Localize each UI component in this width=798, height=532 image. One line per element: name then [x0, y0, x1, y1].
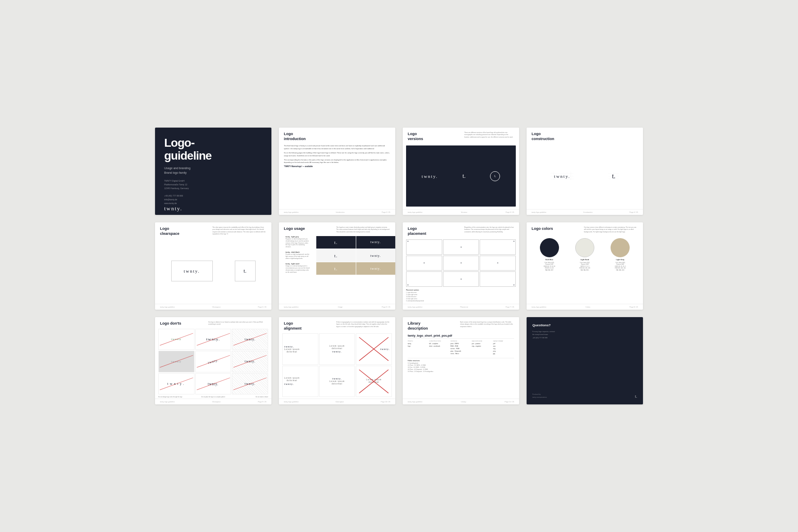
- clearspace-wordmark-box: twnty.: [171, 261, 213, 281]
- card4-footer-center: Construction: [583, 211, 592, 213]
- placement-cell-tl: [406, 239, 442, 254]
- placement-cell-tc: [443, 239, 479, 254]
- align-cell-3: twnty.: [356, 333, 392, 365]
- dont-redline-1: [160, 333, 193, 346]
- dont-cell-8: twnty.: [195, 373, 232, 394]
- card10-footer-center: Clearspace: [335, 401, 344, 403]
- lib-col-version: Version print - CMYKRGB - RGBscreen - RG…: [451, 340, 471, 355]
- card4-footer: twnty-logo-guideline Construction Page 4…: [527, 209, 643, 215]
- card5-desc: The clear space ensures the readability …: [212, 227, 266, 235]
- lib-val-background: pos - positiveneg - negative: [472, 343, 493, 348]
- align-cell-4: Lorem ipsumdolormat twnty.: [282, 366, 318, 397]
- card11-footer-center: Library: [461, 401, 466, 403]
- card6-usage-display: twnty - light grey Negative on dark back…: [279, 236, 395, 303]
- card5-clearspace-display: twnty. t.: [158, 239, 268, 302]
- placement-cell-tr: [480, 239, 516, 254]
- dont-cell-3: twnty.: [232, 329, 268, 350]
- align-cell-1: twnty. Lorem ipsumdolormat: [282, 333, 318, 365]
- color-item-light-sand: Light Sand Color Value #2(2) Pantone 918…: [575, 238, 594, 271]
- lib-header-version: Version: [451, 340, 471, 342]
- align-logo-2: twnty.: [332, 350, 342, 353]
- lib-header-background: Background: [472, 340, 493, 342]
- card6-footer-left: twnty-logo-guideline: [284, 306, 299, 308]
- lib-col-construction: Construction full - completeshort - word…: [429, 340, 450, 355]
- usage-row-light: twnty - dark black Positive on light bac…: [279, 249, 395, 262]
- align-logo-3: twnty.: [380, 347, 390, 351]
- card9-donts-display: twenty twnty. twnty. twenty twnty.: [158, 329, 268, 394]
- usage-cells-light: t. twnty.: [316, 249, 395, 262]
- color-label-dark-blue: Dark Blue: [545, 259, 553, 261]
- clearspace-tmark: t.: [244, 268, 246, 274]
- usage-cell-light-t: t.: [316, 249, 356, 262]
- align-cell-2: Lorem ipsumdolormat twnty.: [319, 333, 355, 365]
- card7-footer-right: Page 7 / 25: [506, 306, 514, 308]
- card4-header: Logoconstruction: [527, 128, 643, 143]
- lib-header-prefix: Prefix: [408, 340, 429, 342]
- card7-header: Logoplacement Regardless of the communic…: [403, 222, 519, 238]
- card-questions: Questions? For any logo requests, contac…: [527, 317, 643, 404]
- card3-header: Logoversions There are different version…: [403, 128, 519, 143]
- version-t-text: t.: [463, 173, 466, 180]
- card6-footer-right: Page 6 / 25: [382, 306, 390, 308]
- card2-body: The final brand logo of twnty is a word …: [279, 143, 395, 209]
- lib-val-format: pdfepssvgpngjpg: [493, 343, 514, 355]
- usage-cells-sand: t. twnty.: [316, 262, 395, 275]
- card5-footer-center: Clearspace: [212, 306, 220, 308]
- dont-cell-9: twnty.: [232, 373, 268, 394]
- card5-header: Logoclearspace The clear space ensures t…: [155, 222, 271, 238]
- card-library-description: Librarydescription Each version of the t…: [403, 317, 519, 404]
- card11-filename: twnty_logo_short_print_pos.pdf: [408, 334, 514, 339]
- card11-header: Librarydescription Each version of the t…: [403, 317, 519, 332]
- usage-row-sand: twnty - light sand Usage on contrast bac…: [279, 262, 395, 275]
- card11-footer-right: Page 11 / 25: [505, 401, 514, 403]
- card5-title: Logoclearspace: [160, 227, 180, 236]
- card6-desc: The logo/icon must remain distinctly pos…: [336, 227, 390, 233]
- placement-dot-tr: [513, 241, 515, 242]
- card-logo-guideline: Logo- guideline Usage and brandingBrand …: [155, 128, 271, 215]
- usage-label-sand: twnty - light sand Usage on contrast bac…: [279, 263, 316, 274]
- placement-dot-mc: [461, 262, 462, 264]
- card11-folders-label: Folder structures: [408, 360, 514, 362]
- dont-cell-2: twnty.: [195, 329, 232, 350]
- card3-footer: twnty-logo-guideline Versions Page 3 / 2…: [403, 209, 519, 215]
- card12-body: For any logo requests, contact the twnty…: [532, 330, 637, 339]
- card9-title: Logo don'ts: [160, 321, 181, 326]
- placement-cell-mr: [480, 256, 516, 271]
- card11-folders-list: 1.0 twnty/logo/print 2.0 Photo - 2.0 CMY…: [408, 362, 514, 373]
- card8-desc: Our logo comes in two different colorway…: [584, 227, 638, 233]
- lib-header-construction: Construction: [429, 340, 450, 342]
- usage-label-light: twnty - dark black Positive on light bac…: [279, 251, 316, 261]
- card1-logo: twnty.: [164, 205, 262, 212]
- card5-footer: twnty-logo-guideline Clearspace Page 5 /…: [155, 304, 271, 310]
- card-logo-introduction: Logointroduction The final brand logo of…: [279, 128, 395, 215]
- card8-colors-display: Dark Blue Color Value #1(2) Pantone 5255…: [530, 236, 640, 302]
- card1-subtitle: Usage and brandingBrand logo family: [164, 166, 262, 175]
- card-logo-placement: Logoplacement Regardless of the communic…: [403, 222, 519, 310]
- card3-title: Logoversions: [408, 132, 423, 141]
- card12-logo: t.: [635, 394, 637, 399]
- usage-cell-sand-t: t.: [316, 262, 356, 275]
- construction-wordmark-text: twnty.: [554, 174, 570, 179]
- card3-desc: There are different versions of the bran…: [464, 132, 514, 138]
- brand-guideline-grid: Logo- guideline Usage and brandingBrand …: [130, 103, 668, 429]
- usage-cell-sand-wordmark: twnty.: [356, 262, 396, 275]
- card3-versions-display: twnty. t. t.: [406, 145, 516, 207]
- clearspace-tmark-box: t.: [235, 261, 256, 281]
- align-lorem-1: Lorem ipsumdolormat: [284, 348, 300, 354]
- card-logo-clearspace: Logoclearspace The clear space ensures t…: [155, 222, 271, 310]
- dont-caption-3: Do not rotate or distort: [237, 396, 268, 398]
- card9-header: Logo don'ts Our logo is distinct to our …: [155, 317, 271, 328]
- version-wordmark-text: twnty.: [422, 174, 438, 179]
- placement-dot-bc: [461, 278, 462, 280]
- card11-desc: Each version of the twnty brand logo has…: [460, 321, 514, 328]
- card6-footer-center: Usage: [338, 306, 343, 308]
- construction-wordmark: twnty.: [551, 170, 574, 182]
- card4-title: Logoconstruction: [532, 132, 638, 141]
- card1-details: TWNTY Digital GmbH Plattformstraße Twnty…: [164, 179, 262, 205]
- lib-col-format: Data Format pdfepssvgpngjpg: [493, 340, 514, 355]
- version-circle-text: t.: [494, 174, 496, 178]
- lib-col-prefix: Prefix twntylogo: [408, 340, 429, 355]
- color-label-light-sand: Light Sand: [581, 259, 589, 261]
- dont-striped-6: [232, 351, 268, 372]
- dont-redline-5: [197, 355, 230, 368]
